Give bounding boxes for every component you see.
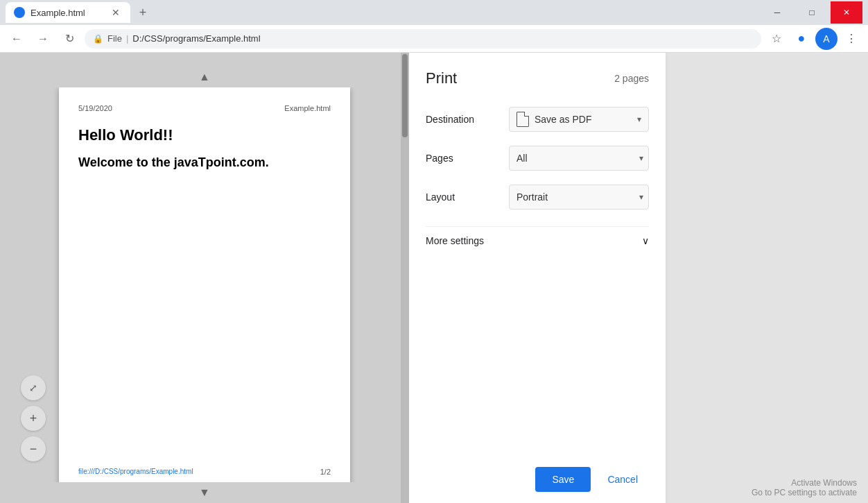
- window-controls: ─ □ ✕: [761, 1, 862, 24]
- spacer: [426, 255, 649, 456]
- preview-date: 5/19/2020: [78, 104, 112, 112]
- new-tab-button[interactable]: +: [133, 3, 153, 22]
- pages-select-wrapper: All ▾: [509, 146, 649, 171]
- pages-row: Pages All ▾: [426, 146, 649, 171]
- layout-select[interactable]: Portrait: [509, 185, 649, 210]
- zoom-controls: ⤢ + −: [21, 375, 46, 461]
- fit-to-page-button[interactable]: ⤢: [21, 375, 46, 400]
- chrome-icon[interactable]: ●: [790, 28, 813, 50]
- print-settings-header: Print 2 pages: [426, 69, 649, 87]
- preview-filename: Example.html: [284, 104, 331, 112]
- print-actions: Save Cancel: [426, 456, 649, 492]
- zoom-in-button[interactable]: +: [21, 406, 46, 431]
- destination-value: Save as PDF: [535, 114, 591, 125]
- more-settings-row[interactable]: More settings ∨: [426, 226, 649, 255]
- preview-scrollbar[interactable]: [401, 53, 409, 503]
- main-area: Hello Wo Welcom This site is de ng easy …: [0, 53, 868, 503]
- print-settings-panel: Print 2 pages Destination Save as PDF ▾: [409, 53, 666, 503]
- address-bar: ← → ↻ 🔒 File | D:/CSS/programs/Example.h…: [0, 25, 868, 53]
- pages-select[interactable]: All: [509, 146, 649, 171]
- forward-button[interactable]: →: [32, 28, 54, 50]
- save-button[interactable]: Save: [535, 467, 591, 492]
- pdf-icon: [517, 112, 529, 127]
- page-preview-footer: file:///D:/CSS/programs/Example.html 1/2: [78, 457, 331, 476]
- preview-page-number: 1/2: [320, 468, 331, 476]
- zoom-out-button[interactable]: −: [21, 436, 46, 461]
- profile-icon[interactable]: A: [815, 28, 837, 50]
- window-chrome: Example.html ✕ + ─ □ ✕: [0, 0, 868, 25]
- bookmark-icon[interactable]: ☆: [765, 28, 788, 50]
- activate-windows-watermark: Activate Windows Go to PC settings to ac…: [752, 478, 857, 497]
- reload-button[interactable]: ↻: [58, 28, 80, 50]
- minimize-button[interactable]: ─: [761, 1, 793, 24]
- restore-button[interactable]: □: [796, 1, 828, 24]
- preview-footer-url: file:///D:/CSS/programs/Example.html: [78, 468, 193, 476]
- active-tab[interactable]: Example.html ✕: [6, 2, 130, 23]
- scroll-up-arrow[interactable]: ▲: [195, 67, 214, 87]
- destination-arrow: ▾: [637, 114, 641, 124]
- tab-close-button[interactable]: ✕: [110, 6, 122, 19]
- url-bar[interactable]: 🔒 File | D:/CSS/programs/Example.html: [85, 29, 761, 49]
- preview-content-h1: Hello World!!: [78, 126, 331, 144]
- activate-line2: Go to PC settings to activate: [752, 488, 857, 497]
- page-preview-header: 5/19/2020 Example.html: [78, 104, 331, 112]
- destination-label: Destination: [426, 114, 509, 125]
- scroll-down-arrow[interactable]: ▼: [195, 482, 214, 503]
- layout-row: Layout Portrait ▾: [426, 185, 649, 210]
- page-preview: 5/19/2020 Example.html Hello World!! Wel…: [59, 87, 350, 482]
- layout-label: Layout: [426, 191, 509, 203]
- layout-select-wrapper: Portrait ▾: [509, 185, 649, 210]
- scrollbar-thumb[interactable]: [402, 54, 408, 137]
- preview-content-h2: Welcome to the javaTpoint.com.: [78, 155, 331, 170]
- cancel-button[interactable]: Cancel: [596, 467, 649, 492]
- more-settings-label: More settings: [426, 235, 484, 246]
- webpage-background: Hello Wo Welcom This site is de ng easy …: [0, 53, 868, 503]
- destination-select-wrapper: Save as PDF ▾: [509, 107, 649, 132]
- url-text: D:/CSS/programs/Example.html: [132, 33, 260, 44]
- destination-select[interactable]: Save as PDF ▾: [509, 107, 649, 132]
- tab-title: Example.html: [31, 8, 104, 18]
- file-label: File: [107, 33, 122, 44]
- pages-label: Pages: [426, 153, 509, 164]
- tab-favicon: [14, 7, 25, 18]
- print-pages-count: 2 pages: [614, 73, 649, 84]
- menu-icon[interactable]: ⋮: [840, 28, 862, 50]
- print-title: Print: [426, 69, 457, 87]
- url-separator: |: [126, 33, 128, 44]
- print-preview-panel: ▲ 5/19/2020 Example.html Hello World!! W…: [0, 53, 409, 503]
- lock-icon: 🔒: [93, 34, 103, 44]
- more-settings-icon: ∨: [642, 235, 649, 246]
- destination-row: Destination Save as PDF ▾: [426, 107, 649, 132]
- preview-scroll-area: 5/19/2020 Example.html Hello World!! Wel…: [0, 87, 409, 482]
- back-button[interactable]: ←: [6, 28, 28, 50]
- close-button[interactable]: ✕: [831, 1, 862, 24]
- toolbar-icons: ☆ ● A ⋮: [765, 28, 862, 50]
- activate-line1: Activate Windows: [752, 478, 857, 488]
- print-overlay: ▲ 5/19/2020 Example.html Hello World!! W…: [0, 53, 868, 503]
- tab-bar: Example.html ✕ +: [6, 2, 761, 23]
